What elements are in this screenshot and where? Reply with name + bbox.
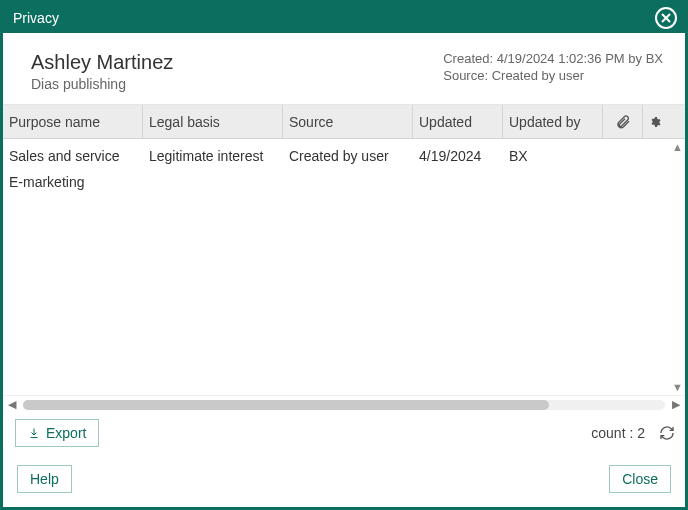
contact-company: Dias publishing bbox=[31, 76, 173, 92]
contact-name: Ashley Martinez bbox=[31, 51, 173, 74]
close-label: Close bbox=[622, 471, 658, 487]
export-label: Export bbox=[46, 425, 86, 441]
column-header-source[interactable]: Source bbox=[283, 105, 413, 138]
dialog-footer: Help Close bbox=[3, 453, 685, 507]
window-close-button[interactable] bbox=[655, 7, 677, 29]
created-value: 4/19/2024 1:02:36 PM bbox=[497, 51, 625, 66]
column-header-updated[interactable]: Updated bbox=[413, 105, 503, 138]
cell-purpose: Sales and service bbox=[3, 148, 143, 164]
refresh-icon bbox=[659, 425, 675, 441]
source-line: Source: Created by user bbox=[443, 68, 663, 83]
count-value: 2 bbox=[637, 425, 645, 441]
data-grid: Purpose name Legal basis Source Updated … bbox=[3, 104, 685, 453]
download-icon bbox=[28, 427, 40, 439]
gear-icon bbox=[649, 115, 661, 129]
created-by-label: by bbox=[628, 51, 642, 66]
record-meta: Created: 4/19/2024 1:02:36 PM by BX Sour… bbox=[443, 51, 663, 85]
source-value: Created by user bbox=[492, 68, 585, 83]
column-header-purpose[interactable]: Purpose name bbox=[3, 105, 143, 138]
scrollbar-thumb[interactable] bbox=[23, 400, 549, 410]
close-icon bbox=[660, 12, 672, 24]
toolbar-right: count : 2 bbox=[591, 425, 675, 441]
column-header-attachment[interactable] bbox=[603, 105, 643, 138]
created-label: Created: bbox=[443, 51, 493, 66]
column-header-updated-by[interactable]: Updated by bbox=[503, 105, 603, 138]
table-row[interactable]: E-marketing bbox=[3, 169, 685, 195]
source-label: Source: bbox=[443, 68, 488, 83]
refresh-button[interactable] bbox=[659, 425, 675, 441]
record-identity: Ashley Martinez Dias publishing bbox=[31, 51, 173, 92]
privacy-dialog: Privacy Ashley Martinez Dias publishing … bbox=[0, 0, 688, 510]
export-button[interactable]: Export bbox=[15, 419, 99, 447]
horizontal-scrollbar[interactable]: ◀ ▶ bbox=[3, 395, 685, 413]
cell-legal: Legitimate interest bbox=[143, 148, 283, 164]
cell-updatedby: BX bbox=[503, 148, 603, 164]
grid-settings-button[interactable] bbox=[643, 105, 667, 138]
count-label: count : bbox=[591, 425, 633, 441]
record-header: Ashley Martinez Dias publishing Created:… bbox=[3, 33, 685, 104]
titlebar: Privacy bbox=[3, 3, 685, 33]
created-line: Created: 4/19/2024 1:02:36 PM by BX bbox=[443, 51, 663, 66]
cell-updated: 4/19/2024 bbox=[413, 148, 503, 164]
window-title: Privacy bbox=[13, 10, 59, 26]
scroll-left-arrow[interactable]: ◀ bbox=[5, 398, 19, 411]
grid-toolbar: Export count : 2 bbox=[3, 413, 685, 453]
scroll-right-arrow[interactable]: ▶ bbox=[669, 398, 683, 411]
column-header-legal-basis[interactable]: Legal basis bbox=[143, 105, 283, 138]
row-count: count : 2 bbox=[591, 425, 645, 441]
help-button[interactable]: Help bbox=[17, 465, 72, 493]
help-label: Help bbox=[30, 471, 59, 487]
paperclip-icon bbox=[615, 114, 631, 130]
grid-header-row: Purpose name Legal basis Source Updated … bbox=[3, 105, 685, 139]
close-button[interactable]: Close bbox=[609, 465, 671, 493]
cell-source: Created by user bbox=[283, 148, 413, 164]
cell-purpose: E-marketing bbox=[3, 174, 143, 190]
created-by-value: BX bbox=[646, 51, 663, 66]
scroll-down-arrow[interactable]: ▼ bbox=[672, 381, 683, 393]
grid-body: Sales and serviceLegitimate interestCrea… bbox=[3, 139, 685, 395]
scroll-up-arrow[interactable]: ▲ bbox=[672, 141, 683, 153]
table-row[interactable]: Sales and serviceLegitimate interestCrea… bbox=[3, 143, 685, 169]
scrollbar-track[interactable] bbox=[23, 400, 665, 410]
